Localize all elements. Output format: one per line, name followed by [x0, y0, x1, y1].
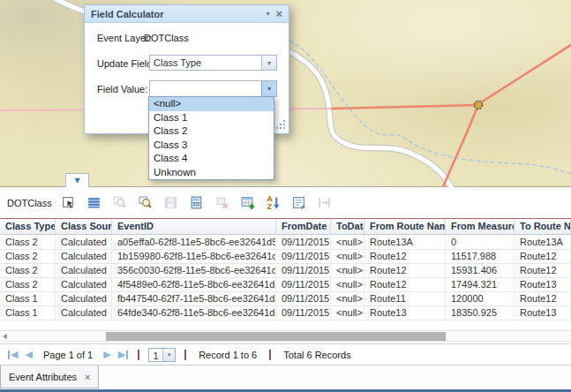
table-cell: Class 2 — [0, 236, 56, 249]
tab-event-attributes[interactable]: Event Attributes × — [0, 366, 99, 388]
table-cell: 18350.925 — [446, 306, 515, 320]
attribute-table-panel: DOTClass AZ Class TypeClass SourceEventI… — [0, 187, 571, 365]
table-cell: 17494.321 — [446, 278, 515, 291]
table-cell: <null> — [331, 278, 364, 291]
column-header[interactable]: To Route Name — [515, 219, 571, 234]
field-value-select[interactable]: ▾ — [149, 80, 277, 97]
collapse-table-button[interactable]: ▼ — [65, 173, 89, 187]
zoom-to-record-icon[interactable] — [138, 195, 153, 210]
horizontal-scrollbar[interactable] — [0, 330, 571, 342]
page-number-select[interactable]: 1 ▾ — [148, 348, 176, 362]
first-page-button[interactable]: ◀ — [7, 350, 18, 359]
table-cell: Class 2 — [0, 278, 56, 291]
last-page-button[interactable]: ▶ — [118, 350, 129, 359]
table-cell: Route12 — [364, 264, 446, 277]
dropdown-option[interactable]: Class 2 — [149, 124, 274, 139]
total-records-label: Total 6 Records — [283, 350, 350, 360]
dialog-collapse-icon[interactable]: ▾ — [266, 10, 269, 18]
table-cell: 09/11/2015 — [276, 292, 331, 305]
tab-close-icon[interactable]: × — [85, 372, 90, 382]
separator — [269, 350, 271, 360]
dialog-title: Field Calculator — [91, 9, 164, 19]
pagination-bar: ◀ ◀ Page 1 of 1 ▶ ▶ 1 ▾ Record 1 to 6 To… — [0, 343, 571, 365]
show-table-icon[interactable] — [86, 195, 101, 210]
layer-name-label: DOTClass — [7, 198, 52, 208]
table-row[interactable]: Class 2Calculated1b159980-62f8-11e5-8bc6… — [0, 250, 571, 264]
record-range-label: Record 1 to 6 — [199, 350, 257, 360]
event-point-marker — [475, 102, 483, 109]
table-cell: Calculated — [56, 264, 112, 277]
dropdown-option[interactable]: <null> — [149, 97, 274, 111]
scrollbar-thumb[interactable] — [106, 332, 446, 341]
page-count-label: Page 1 of 1 — [43, 350, 93, 360]
update-field-select[interactable]: Class Type ▾ — [149, 55, 277, 71]
save-icon[interactable] — [163, 195, 178, 210]
table-cell: Calculated — [56, 278, 112, 291]
column-header[interactable]: ToDate — [331, 219, 364, 234]
last-page-icon: ▶ — [118, 350, 125, 359]
dropdown-option[interactable]: Class 1 — [149, 111, 274, 125]
table-cell: fb447540-62f7-11e5-8bc6-ee32641d5ec9 — [112, 292, 276, 305]
column-header[interactable]: FromDate — [276, 219, 331, 234]
table-row[interactable]: Class 2Calculated4f5489e0-62f8-11e5-8bc6… — [0, 278, 571, 292]
table-cell: a05effa0-62f8-11e5-8bc6-ee32641d5ec9 — [112, 236, 276, 249]
table-header-row: Class TypeClass SourceEventIDFromDateToD… — [0, 218, 571, 235]
route-segment-west — [332, 105, 476, 109]
table-cell: Route13 — [515, 278, 571, 291]
zoom-to-selected-icon[interactable] — [112, 195, 127, 210]
event-layer-value: DOTClass — [144, 33, 189, 43]
previous-page-button[interactable]: ◀ — [25, 350, 32, 359]
table-row[interactable]: Class 1Calculatedfb447540-62f7-11e5-8bc6… — [0, 292, 571, 306]
table-cell: 09/11/2015 — [276, 306, 331, 320]
scroll-left-icon[interactable] — [3, 334, 7, 339]
chevron-down-icon[interactable]: ▾ — [261, 56, 276, 70]
table-row[interactable]: Class 1Calculated64fde340-62f8-11e5-8bc6… — [0, 306, 571, 320]
table-cell: 0 — [446, 236, 515, 249]
add-records-icon[interactable] — [240, 195, 255, 210]
table-cell: <null> — [331, 250, 364, 263]
dropdown-option[interactable]: Unknown — [149, 166, 274, 180]
select-records-icon[interactable] — [61, 195, 76, 210]
bottom-tab-bar: Event Attributes × — [0, 365, 571, 392]
next-page-icon: ▶ — [103, 350, 110, 359]
column-header[interactable]: From Measure — [446, 219, 515, 234]
table-row[interactable]: Class 2Calculated356c0030-62f8-11e5-8bc6… — [0, 264, 571, 278]
sort-icon[interactable]: AZ — [266, 195, 281, 210]
column-header[interactable]: From Route Name — [364, 219, 446, 234]
table-cell: Route13A — [515, 236, 571, 249]
chevron-down-icon[interactable]: ▾ — [261, 81, 276, 96]
tab-label: Event Attributes — [9, 372, 77, 382]
dropdown-option[interactable]: Class 4 — [149, 152, 274, 166]
chevron-down-icon[interactable]: ▾ — [162, 349, 175, 361]
clear-selection-icon[interactable] — [214, 195, 229, 210]
table-cell: Class 1 — [0, 292, 56, 305]
field-value-dropdown-list: <null>Class 1Class 2Class 3Class 4Unknow… — [148, 96, 274, 180]
table-row[interactable]: Class 2Calculateda05effa0-62f8-11e5-8bc6… — [0, 236, 571, 250]
table-cell: 11517.988 — [446, 250, 515, 263]
field-calculator-icon[interactable] — [189, 195, 204, 210]
fit-columns-icon[interactable] — [317, 195, 332, 210]
attributes-window-icon[interactable] — [291, 195, 306, 210]
update-field-label: Update Field: — [97, 58, 154, 69]
table-cell: Route13A — [364, 236, 446, 249]
column-header[interactable]: Class Type — [0, 219, 56, 234]
table-cell: <null> — [331, 306, 364, 320]
table-cell: Class 2 — [0, 250, 56, 263]
field-value-current — [150, 81, 261, 96]
table-cell: Class 1 — [0, 306, 56, 320]
column-header[interactable]: EventID — [112, 219, 276, 234]
table-cell: 09/11/2015 — [276, 236, 331, 249]
separator — [184, 350, 186, 360]
column-header[interactable]: Class Source — [56, 219, 112, 234]
table-cell: Calculated — [56, 250, 112, 263]
next-page-button[interactable]: ▶ — [103, 350, 110, 359]
dropdown-option[interactable]: Class 3 — [149, 139, 274, 153]
dialog-close-icon[interactable]: × — [275, 10, 282, 19]
table-cell: Route12 — [515, 292, 571, 305]
dialog-resize-grip[interactable] — [276, 120, 286, 131]
route-segment-northeast — [481, 43, 571, 102]
dialog-titlebar[interactable]: Field Calculator ▾ × — [85, 5, 289, 23]
table-cell: Calculated — [56, 292, 112, 305]
table-cell: 15931.406 — [446, 264, 515, 277]
table-cell: 09/11/2015 — [276, 264, 331, 277]
